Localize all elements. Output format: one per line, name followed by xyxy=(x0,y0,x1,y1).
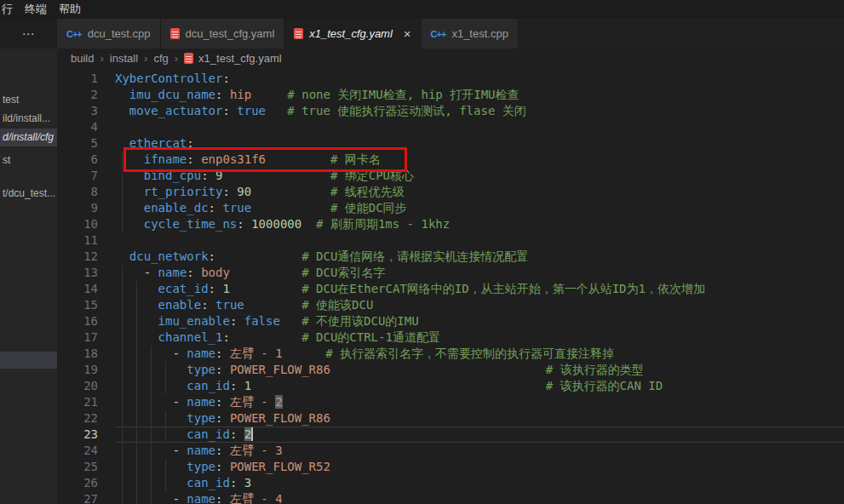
code-token xyxy=(237,314,244,328)
code-line[interactable]: 10 cycle_time_ns: 1000000 # 刷新周期1ms - 1k… xyxy=(57,216,844,232)
code-token: : xyxy=(201,298,208,312)
line-text xyxy=(115,232,844,249)
code-line[interactable]: 2 imu_dcu_name: hip # none 关闭IMU检查, hip … xyxy=(57,87,844,103)
indent-guide xyxy=(136,459,137,475)
breadcrumb-separator-icon: › xyxy=(100,52,103,65)
breadcrumb-segment[interactable]: install xyxy=(110,52,138,65)
menu-item-2[interactable]: 帮助 xyxy=(59,0,81,19)
line-number: 24 xyxy=(57,443,98,459)
breadcrumb-file[interactable]: x1_test_cfg.yaml xyxy=(184,52,282,65)
code-token xyxy=(222,460,229,473)
menu-item-1[interactable]: 终端 xyxy=(25,0,47,19)
tab-dcu_test.cpp[interactable]: C++dcu_test.cpp xyxy=(57,19,161,49)
code-token xyxy=(115,395,172,409)
breadcrumb-segment[interactable]: build xyxy=(71,52,94,65)
sidebar-item[interactable]: t/dcu_test... xyxy=(0,185,57,203)
code-line[interactable]: 4 xyxy=(57,119,844,135)
indent-guide xyxy=(136,394,137,410)
line-text: XyberController: xyxy=(115,71,844,87)
indent-guide xyxy=(151,362,152,378)
code-token: POWER_FLOW_R86 xyxy=(230,411,330,425)
code-token: 左臂 - 3 xyxy=(230,444,283,457)
code-token xyxy=(251,185,330,198)
yaml-file-icon xyxy=(170,28,180,39)
code-token: can_id xyxy=(187,476,230,490)
tab-close-icon[interactable]: × xyxy=(404,27,411,40)
sidebar-selected-empty-row[interactable] xyxy=(0,352,57,369)
tab-dcu_test_cfg.yaml[interactable]: dcu_test_cfg.yaml xyxy=(161,19,285,49)
code-line[interactable]: 25 type: POWER_FLOW_R52 xyxy=(57,459,844,475)
tab-x1_test.cpp[interactable]: C++x1_test.cpp xyxy=(422,19,519,49)
code-token: type xyxy=(187,460,215,473)
code-token: # 使能DC同步 xyxy=(330,201,407,215)
code-token xyxy=(209,298,215,312)
code-line[interactable]: 19 type: POWER_FLOW_R86 # 该执行器的类型 xyxy=(57,362,844,378)
code-line[interactable]: 21 - name: 左臂 - 2 xyxy=(57,394,844,410)
code-token xyxy=(244,217,251,231)
code-line[interactable]: 8 rt_priority: 90 # 线程优先级 xyxy=(57,184,844,200)
tab-label: x1_test.cpp xyxy=(451,27,508,40)
line-text: can_id: 2 xyxy=(115,427,844,443)
code-token xyxy=(222,444,229,457)
code-line[interactable]: 22 type: POWER_FLOW_R86 xyxy=(57,410,844,427)
code-line[interactable]: 9 enable_dc: true # 使能DC同步 xyxy=(57,200,844,216)
code-token xyxy=(251,88,287,101)
code-line[interactable]: 17 channel_1: # DCU的CTRL-1通道配置 xyxy=(57,329,844,346)
code-line[interactable]: 24 - name: 左臂 - 3 xyxy=(57,443,844,459)
code-line[interactable]: 1XyberController: xyxy=(57,71,844,87)
indent-guide xyxy=(136,297,137,313)
line-text: - name: body # DCU索引名字 xyxy=(115,265,844,281)
tab-x1_test_cfg.yaml[interactable]: x1_test_cfg.yaml× xyxy=(284,19,421,49)
code-line[interactable]: 23 can_id: 2 xyxy=(57,427,844,443)
code-line[interactable]: 12 dcu_network: # DCU通信网络，请根据实机连接情况配置 xyxy=(57,249,844,265)
more-actions-icon[interactable]: ⋯ xyxy=(22,26,36,42)
code-token: : xyxy=(237,217,244,231)
code-line[interactable]: 16 imu_enable: false # 不使用该DCU的IMU xyxy=(57,313,844,329)
indent-guide xyxy=(151,491,152,504)
code-line[interactable]: 27 - name: 左臂 - 4 xyxy=(57,491,844,504)
code-token xyxy=(244,298,301,312)
code-token: : xyxy=(222,330,229,344)
code-token: : xyxy=(209,249,215,263)
menu-item-0[interactable]: 行 xyxy=(2,0,13,19)
code-editor[interactable]: 1XyberController:2 imu_dcu_name: hip # n… xyxy=(57,68,844,504)
breadcrumb-segment[interactable]: cfg xyxy=(153,52,168,65)
indent-guide xyxy=(122,281,123,297)
indent-guide xyxy=(122,427,123,443)
code-token: type xyxy=(187,363,215,376)
code-line[interactable]: 14 ecat_id: 1 # DCU在EtherCAT网络中的ID，从主站开始… xyxy=(57,281,844,297)
code-line[interactable]: 11 xyxy=(57,232,844,249)
indent-guide xyxy=(122,265,123,281)
code-token xyxy=(237,476,244,490)
code-token xyxy=(230,330,301,344)
code-line[interactable]: 3 move_actuator: true # true 使能执行器运动测试, … xyxy=(57,103,844,119)
code-token: enable xyxy=(158,298,202,312)
code-token: rt_priority xyxy=(144,185,223,198)
code-line[interactable]: 13 - name: body # DCU索引名字 xyxy=(57,265,844,281)
breadcrumb-separator-icon: › xyxy=(175,52,178,65)
line-number: 8 xyxy=(57,184,98,200)
indent-guide xyxy=(151,459,152,475)
code-line[interactable]: 26 can_id: 3 xyxy=(57,475,844,491)
code-token: 3 xyxy=(244,476,251,490)
sidebar-item[interactable]: st xyxy=(0,152,57,169)
line-number: 5 xyxy=(57,135,98,152)
sidebar-item[interactable]: d/install/cfg xyxy=(0,129,57,146)
line-number: 17 xyxy=(57,329,98,346)
code-token: name xyxy=(187,444,215,457)
indent-guide xyxy=(122,378,123,394)
sidebar-item[interactable]: ild/install... xyxy=(0,110,57,128)
sidebar-item[interactable]: test xyxy=(0,91,57,109)
indent-guide xyxy=(165,410,166,427)
indent-guide xyxy=(122,491,123,504)
code-token xyxy=(237,427,244,441)
indent-guide xyxy=(122,346,123,362)
code-token: 1000000 xyxy=(251,217,301,231)
line-text xyxy=(115,119,844,135)
code-line[interactable]: 18 - name: 左臂 - 1 # 执行器索引名字，不需要控制的执行器可直接… xyxy=(57,346,844,362)
code-token xyxy=(222,492,229,504)
code-token: 1 xyxy=(244,379,251,392)
code-line[interactable]: 15 enable: true # 使能该DCU xyxy=(57,297,844,313)
line-number: 19 xyxy=(57,362,98,378)
code-line[interactable]: 20 can_id: 1 # 该执行器的CAN ID xyxy=(57,378,844,394)
